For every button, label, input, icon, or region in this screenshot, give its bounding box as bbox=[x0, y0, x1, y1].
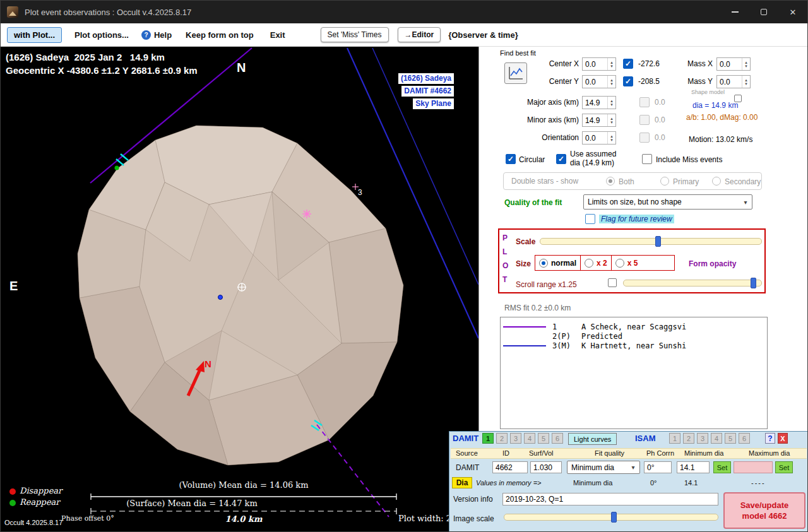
damit-model-4-button[interactable]: 4 bbox=[524, 433, 535, 444]
mass-y-input[interactable]: 0.0 ▴▾ bbox=[716, 75, 751, 88]
orientation-fitted: 0.0 bbox=[655, 133, 665, 142]
east-label: E bbox=[9, 279, 18, 293]
save-update-button[interactable]: Save/update model 4662 bbox=[723, 492, 805, 529]
version-info-field[interactable] bbox=[502, 493, 718, 505]
menu-exit[interactable]: Exit bbox=[270, 30, 285, 40]
row-min-dia-field[interactable]: 14.1 bbox=[677, 461, 710, 473]
major-axis-fitted: 0.0 bbox=[655, 98, 665, 107]
menu-observer-time[interactable]: {Observer & time} bbox=[448, 30, 518, 40]
image-scale-slider-thumb[interactable] bbox=[611, 512, 617, 523]
scroll-range-checkbox[interactable] bbox=[608, 278, 617, 287]
asteroid-shape[interactable] bbox=[78, 126, 403, 465]
center-y-input[interactable]: 0.0 ▴▾ bbox=[582, 75, 616, 88]
size-x2-option[interactable]: x 2 bbox=[581, 256, 611, 270]
check-icon: ✓ bbox=[624, 77, 633, 86]
set-max-dia-button[interactable]: Set bbox=[775, 461, 793, 473]
check-icon: ✓ bbox=[624, 59, 633, 68]
editor-button[interactable]: →Editor bbox=[398, 27, 441, 42]
light-curves-button[interactable]: Light curves bbox=[568, 433, 617, 445]
center-y-checkbox[interactable]: ✓ bbox=[623, 76, 633, 86]
scroll-range-slider-thumb[interactable] bbox=[751, 278, 756, 288]
isam-5-button[interactable]: 5 bbox=[725, 433, 736, 444]
app-icon-mountain bbox=[9, 11, 16, 16]
double-stars-group: Double stars - show Both Primary Seconda… bbox=[503, 172, 762, 190]
plot-letter-o: O bbox=[502, 261, 508, 270]
isam-2-button[interactable]: 2 bbox=[683, 433, 694, 444]
minor-axis-spinner[interactable]: ▴▾ bbox=[607, 114, 615, 126]
close-icon: ✕ bbox=[790, 8, 797, 17]
set-min-dia-button[interactable]: Set bbox=[713, 461, 731, 473]
row-ph-corrn-field[interactable]: 0° bbox=[644, 461, 672, 473]
orientation-spinner[interactable]: ▴▾ bbox=[607, 132, 615, 144]
minimize-button[interactable] bbox=[720, 1, 749, 23]
isam-6-button[interactable]: 6 bbox=[739, 433, 750, 444]
circular-checkbox[interactable]: ✓ bbox=[506, 154, 516, 164]
menu-help[interactable]: ? Help bbox=[141, 30, 172, 40]
shape-model-label: Shape model bbox=[691, 89, 725, 95]
orientation-input[interactable]: 0.0 ▴▾ bbox=[582, 131, 616, 145]
mass-x-input[interactable]: 0.0 ▴▾ bbox=[716, 57, 751, 71]
isam-3-button[interactable]: 3 bbox=[697, 433, 708, 444]
observations-list[interactable]: 1 A Scheck, near Scaggsvi 2(P) Predicted… bbox=[500, 317, 768, 429]
flag-review-checkbox[interactable] bbox=[585, 214, 595, 224]
observation-name: K Hartnett, near Sunshi bbox=[581, 341, 686, 350]
observation-row[interactable]: 1 A Scheck, near Scaggsvi bbox=[503, 322, 764, 331]
quality-label: Quality of the fit bbox=[504, 198, 562, 207]
size-normal-option[interactable]: normal bbox=[535, 256, 580, 270]
size-x5-radio[interactable] bbox=[615, 259, 624, 268]
isam-1-button[interactable]: 1 bbox=[669, 433, 680, 444]
center-x-checkbox[interactable]: ✓ bbox=[623, 59, 633, 69]
mass-y-value: 0.0 bbox=[717, 76, 742, 88]
center-x-label: Center X bbox=[504, 59, 579, 68]
observation-row[interactable]: 3(M) K Hartnett, near Sunshi bbox=[503, 341, 764, 350]
center-y-spinner[interactable]: ▴▾ bbox=[607, 76, 615, 88]
damit-model-2-button[interactable]: 2 bbox=[496, 433, 508, 444]
plot-scale-slider-thumb[interactable] bbox=[655, 236, 661, 247]
row-surfvol-field[interactable]: 1.030 bbox=[530, 461, 562, 473]
menu-keep-on-top[interactable]: Keep form on top bbox=[186, 30, 254, 40]
menu-help-label: Help bbox=[154, 30, 172, 40]
spin-down-icon: ▾ bbox=[610, 103, 613, 107]
center-x-input[interactable]: 0.0 ▴▾ bbox=[582, 57, 616, 71]
size-normal-radio[interactable] bbox=[539, 259, 548, 268]
row-id-field[interactable]: 4662 bbox=[492, 461, 528, 473]
include-miss-checkbox[interactable] bbox=[642, 154, 652, 164]
quality-dropdown[interactable]: Limits on size, but no shape ▾ bbox=[583, 194, 752, 210]
minor-axis-input[interactable]: 14.9 ▴▾ bbox=[582, 114, 616, 127]
save-update-line1: Save/update bbox=[740, 500, 789, 511]
observation-row[interactable]: 2(P) Predicted bbox=[503, 331, 764, 341]
damit-close-button[interactable]: X bbox=[778, 433, 788, 444]
header-fit-quality: Fit quality bbox=[595, 449, 624, 457]
damit-model-1-button[interactable]: 1 bbox=[482, 433, 494, 444]
mass-y-spinner[interactable]: ▴▾ bbox=[742, 76, 750, 88]
damit-model-3-button[interactable]: 3 bbox=[510, 433, 521, 444]
set-miss-times-button[interactable]: Set 'Miss' Times bbox=[321, 27, 389, 42]
size-x5-option[interactable]: x 5 bbox=[612, 256, 642, 270]
orientation-checkbox bbox=[639, 133, 650, 143]
maximize-button[interactable] bbox=[749, 1, 778, 23]
mass-x-spinner[interactable]: ▴▾ bbox=[742, 58, 750, 70]
major-axis-input[interactable]: 14.9 ▴▾ bbox=[582, 96, 616, 109]
volume-mean-dia: (Volume) Mean dia = 14.06 km bbox=[91, 480, 396, 490]
row-source: DAMIT bbox=[456, 463, 479, 472]
close-button[interactable]: ✕ bbox=[778, 1, 807, 23]
damit-model-5-button[interactable]: 5 bbox=[538, 433, 549, 444]
damit-help-button[interactable]: ? bbox=[765, 433, 775, 444]
menu-with-plot[interactable]: with Plot... bbox=[7, 27, 62, 43]
help-icon: ? bbox=[141, 30, 151, 40]
isam-4-button[interactable]: 4 bbox=[711, 433, 722, 444]
scroll-range-slider[interactable] bbox=[623, 280, 762, 287]
use-assumed-checkbox[interactable]: ✓ bbox=[556, 154, 566, 164]
dia-button[interactable]: Dia bbox=[452, 477, 472, 488]
size-x2-radio[interactable] bbox=[585, 259, 593, 268]
damit-model-6-button[interactable]: 6 bbox=[552, 433, 563, 444]
fit-quality-dropdown[interactable]: Minimum dia ▾ bbox=[567, 461, 640, 474]
major-axis-spinner[interactable]: ▴▾ bbox=[607, 97, 615, 109]
include-miss-label: Include Miss events bbox=[656, 155, 722, 164]
plot-scale-slider[interactable] bbox=[540, 238, 762, 245]
row-max-dia-field[interactable] bbox=[734, 461, 773, 473]
center-x-spinner[interactable]: ▴▾ bbox=[607, 58, 615, 70]
image-scale-slider[interactable] bbox=[504, 514, 718, 521]
menu-plot-options[interactable]: Plot options... bbox=[74, 30, 129, 40]
center-y-label: Center Y bbox=[504, 77, 579, 86]
